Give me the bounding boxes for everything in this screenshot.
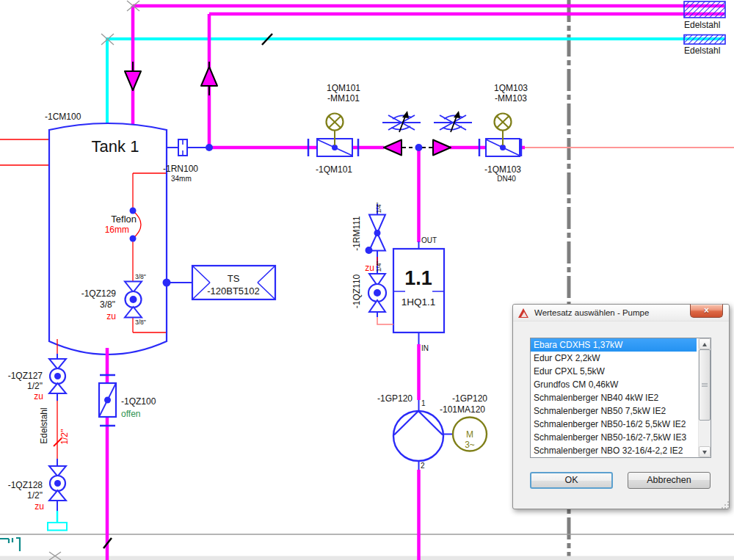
flow-arrow-left-icon (384, 140, 401, 156)
label-teflon: Teflon (111, 214, 137, 225)
cancel-button[interactable]: Abbrechen (628, 472, 711, 489)
red-connection-lines (0, 139, 49, 165)
value-set-list[interactable]: Ebara CDXHS 1,37kW Edur CPX 2,2kW Edur C… (530, 338, 711, 458)
label-qz128-state: zu (34, 501, 44, 512)
hose-joint-bottom (130, 236, 137, 242)
ok-button[interactable]: OK (530, 472, 613, 489)
label-qz100-tag: -1QZ100 (121, 396, 156, 407)
function-block-1hq11[interactable] (393, 241, 444, 344)
frame-corner-glyph (0, 538, 21, 551)
list-item[interactable]: Edur CPX 2,2kW (531, 352, 697, 365)
label-qz127-size: 1/2" (27, 381, 43, 391)
label-qz127-state: zu (34, 391, 43, 401)
label-block-title: 1.1 (404, 267, 432, 289)
label-qm103-tag: -1QM103 (484, 164, 521, 175)
label-edelstahl-left: Edelstahl (39, 407, 49, 443)
label-rm111-size: 1/4" (375, 203, 382, 214)
label-rn100-tag: -1RN100 (163, 164, 198, 174)
label-qm103-size: DN40 (497, 175, 516, 183)
scroll-grip-icon (702, 383, 708, 384)
label-qm101-motor: -MM101 (327, 93, 360, 103)
label-teflon-size: 16mm (105, 225, 129, 235)
valve-1qz128[interactable] (49, 459, 66, 512)
material-hatch-top (684, 1, 725, 18)
label-qm103-name: 1QM103 (494, 83, 528, 93)
dialog-warning-icon (518, 308, 529, 318)
material-hatch-mid (684, 35, 725, 45)
scroll-down-button[interactable] (699, 446, 711, 457)
list-scrollbar[interactable] (698, 338, 711, 457)
bottom-scroll-band (0, 556, 734, 560)
label-motor-tag: -101MA120 (440, 404, 485, 415)
label-qz128-tag: -1QZ128 (8, 480, 43, 490)
flow-arrow-up-icon (201, 62, 217, 95)
label-qz129-size: 3/8" (100, 299, 115, 310)
label-qm101-tag: -1QM101 (316, 164, 352, 175)
label-qz128-size: 1/2" (27, 490, 43, 501)
label-ts-title: TS (228, 273, 240, 284)
label-ts-tag: -120BT5102 (207, 286, 260, 297)
list-item[interactable]: Schmalenberger NB40 4kW IE2 (531, 391, 697, 404)
label-tank-tag: -1CM100 (45, 112, 81, 122)
label-pump-port-bottom: 2 (421, 462, 425, 470)
list-item-selected[interactable]: Ebara CDXHS 1,37kW (531, 338, 697, 352)
label-pump-port-top: 1 (421, 399, 426, 407)
fitting-1rn100[interactable] (167, 139, 209, 156)
scroll-thumb[interactable] (699, 349, 711, 421)
label-rn100-size: 34mm (171, 175, 192, 183)
drain-line-qz110 (377, 317, 393, 324)
label-motor-letter: M (466, 429, 473, 440)
label-qz127-tag: -1QZ127 (8, 371, 43, 381)
pipe-junction-1 (206, 144, 213, 151)
blind-flange-cyan (48, 511, 67, 531)
label-qz110-size: 1/4" (375, 261, 382, 272)
label-rm111-tag: -1RM111 (352, 216, 362, 251)
valve-1qm101[interactable] (308, 114, 358, 157)
list-item[interactable]: Schmalenberger NB50-16/2-7,5kW IE3 (531, 431, 697, 444)
list-item[interactable]: Schmalenberger NB50-16/2 5,5kW IE2 (531, 418, 697, 431)
scroll-up-button[interactable] (699, 338, 711, 349)
resize-grip-icon[interactable] (724, 504, 726, 506)
valve-1qz110[interactable] (368, 274, 386, 317)
label-qz100-state: offen (121, 409, 140, 419)
scroll-up-icon (702, 343, 707, 346)
list-item[interactable]: Grundfos CM 0,46kW (531, 378, 697, 391)
label-tank-title: Tank 1 (92, 137, 139, 156)
valve-1qm103[interactable] (479, 114, 521, 157)
pump-1gp120[interactable] (393, 400, 443, 470)
label-qz110-tag: -1QZ110 (352, 274, 362, 308)
list-item[interactable]: Schmalenberger NB50 7,5kW IE2 (531, 404, 697, 418)
list-item[interactable]: Edur CPXL 5,5kW (531, 365, 697, 378)
valve-1qz127[interactable] (49, 354, 66, 401)
close-button[interactable]: × (690, 304, 723, 318)
label-block-tag: 1HQ1.1 (401, 297, 436, 308)
label-qz129-tag: -1QZ129 (81, 288, 117, 299)
label-pump-tag-right: -1GP120 (452, 393, 487, 404)
label-out: OUT (421, 236, 437, 244)
label-qz129-state: zu (106, 311, 116, 321)
label-qm103-motor: -MM103 (495, 93, 527, 103)
flow-arrow-right-icon (433, 140, 451, 156)
label-qz129-port-top: 3/8" (135, 273, 146, 280)
label-motor-phases: 3~ (465, 440, 475, 450)
dialog-title: Wertesatz auswählen - Pumpe (534, 308, 649, 317)
label-left-pipe-size: 1/2'' (59, 429, 70, 444)
label-edelstahl-mid: Edelstahl (684, 46, 720, 56)
label-pump-tag-left: -1GP120 (377, 393, 413, 404)
flow-arrow-down-icon (125, 62, 141, 90)
label-edelstahl-top: Edelstahl (684, 20, 720, 30)
pipes-cyan (107, 37, 724, 126)
list-item[interactable]: Schmalenberger NBO 32-16/4-2,2 IE2 (531, 444, 697, 457)
label-qm101-name: 1QM101 (327, 83, 360, 93)
label-in: IN (421, 344, 429, 352)
label-qz110-state: zu (365, 263, 374, 273)
dialog-wertesatz: Wertesatz auswählen - Pumpe × Ebara CDXH… (512, 304, 730, 509)
label-qz129-port-bottom: 3/8" (135, 319, 146, 326)
scroll-down-icon (702, 451, 707, 454)
